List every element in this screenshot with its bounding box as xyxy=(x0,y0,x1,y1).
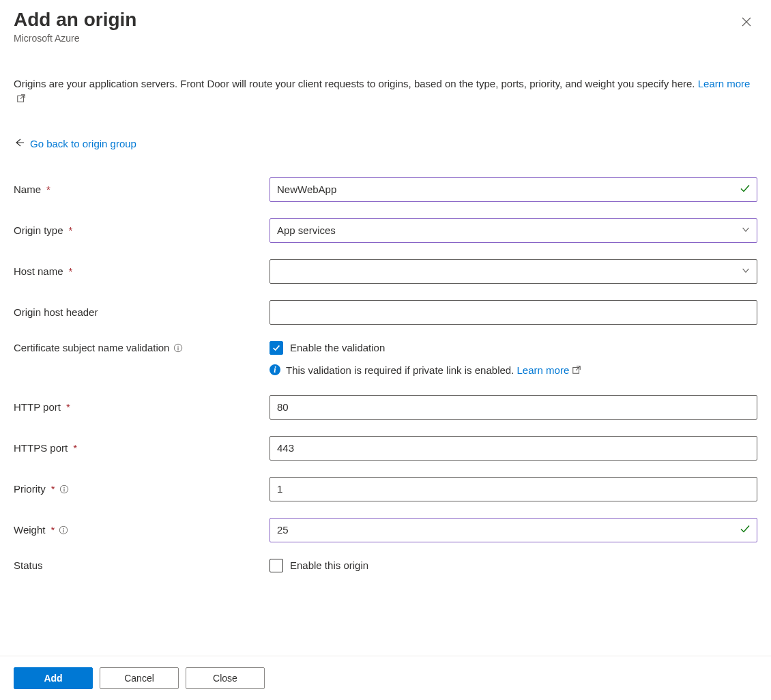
label-cert-validation: Certificate subject name validation xyxy=(14,342,169,353)
https-port-input[interactable] xyxy=(270,436,757,461)
required-indicator: * xyxy=(69,265,73,277)
row-cert-validation: Certificate subject name validation Enab… xyxy=(14,341,757,355)
svg-rect-7 xyxy=(63,488,64,491)
add-button[interactable]: Add xyxy=(14,667,93,689)
required-indicator: * xyxy=(69,224,73,236)
check-icon xyxy=(740,183,751,196)
status-checkbox[interactable] xyxy=(270,559,283,572)
info-icon[interactable] xyxy=(173,343,183,353)
close-button[interactable]: Close xyxy=(186,667,265,689)
label-host-name: Host name xyxy=(14,265,63,277)
arrow-left-icon xyxy=(14,137,25,150)
row-host-name: Host name* xyxy=(14,259,757,284)
cancel-button[interactable]: Cancel xyxy=(100,667,179,689)
cert-validation-learn-more-link[interactable]: Learn more xyxy=(517,364,582,376)
origin-host-header-input[interactable] xyxy=(270,300,757,325)
description-text: Origins are your application servers. Fr… xyxy=(14,78,698,89)
weight-input[interactable] xyxy=(270,518,757,542)
label-origin-host-header: Origin host header xyxy=(14,306,98,318)
close-panel-button[interactable] xyxy=(736,11,757,33)
label-weight: Weight xyxy=(14,524,45,536)
info-icon[interactable] xyxy=(59,525,68,535)
priority-input[interactable] xyxy=(270,477,757,501)
required-indicator: * xyxy=(50,524,55,536)
label-status: Status xyxy=(14,559,43,571)
label-https-port: HTTPS port xyxy=(14,442,68,454)
label-name: Name xyxy=(14,184,41,195)
row-status: Status Enable this origin xyxy=(14,559,757,572)
close-icon xyxy=(741,16,752,27)
required-indicator: * xyxy=(51,483,55,495)
external-link-icon xyxy=(16,92,26,102)
panel-header: Add an origin Microsoft Azure xyxy=(14,8,757,44)
row-origin-type: Origin type* xyxy=(14,218,757,243)
row-http-port: HTTP port* xyxy=(14,395,757,420)
label-priority: Priority xyxy=(14,483,46,495)
row-origin-host-header: Origin host header xyxy=(14,300,757,325)
origin-type-select[interactable] xyxy=(270,218,757,243)
svg-point-6 xyxy=(63,486,64,487)
label-origin-type: Origin type xyxy=(14,224,63,236)
required-indicator: * xyxy=(66,401,70,413)
row-priority: Priority* xyxy=(14,477,757,501)
name-input[interactable] xyxy=(270,177,757,202)
http-port-input[interactable] xyxy=(270,395,757,420)
cert-validation-checkbox[interactable] xyxy=(270,341,283,355)
back-link[interactable]: Go back to origin group xyxy=(14,137,757,150)
cert-validation-info-text: This validation is required if private l… xyxy=(286,364,517,376)
back-link-text[interactable]: Go back to origin group xyxy=(30,138,136,149)
svg-point-9 xyxy=(63,527,64,528)
required-indicator: * xyxy=(73,442,77,454)
svg-rect-3 xyxy=(178,347,179,350)
panel-footer: Add Cancel Close xyxy=(0,656,771,700)
row-name: Name* xyxy=(14,177,757,202)
svg-rect-10 xyxy=(63,529,64,532)
row-https-port: HTTPS port* xyxy=(14,436,757,461)
panel-title: Add an origin xyxy=(14,8,136,31)
info-badge-icon: i xyxy=(270,364,280,375)
row-weight: Weight* xyxy=(14,518,757,542)
host-name-select[interactable] xyxy=(270,259,757,284)
external-link-icon xyxy=(572,365,581,375)
svg-point-2 xyxy=(178,345,179,346)
panel-description: Origins are your application servers. Fr… xyxy=(14,76,757,107)
required-indicator: * xyxy=(46,184,50,195)
label-http-port: HTTP port xyxy=(14,401,61,413)
info-icon[interactable] xyxy=(59,484,69,494)
status-checkbox-label: Enable this origin xyxy=(290,559,368,571)
cert-validation-checkbox-label: Enable the validation xyxy=(290,342,385,353)
origin-form: Name* Origin type* Host na xyxy=(14,177,757,572)
check-icon xyxy=(740,523,751,536)
panel-subtitle: Microsoft Azure xyxy=(14,33,136,44)
cert-validation-info: i This validation is required if private… xyxy=(270,364,757,376)
